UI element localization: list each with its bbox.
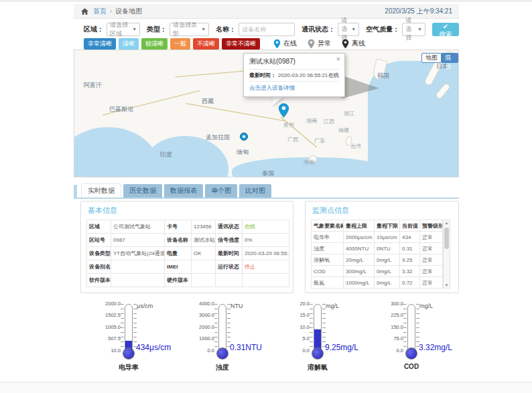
table-scrollbar[interactable]: ▲ ▼: [443, 220, 450, 289]
info-label-cell: 硬件版本: [165, 274, 192, 287]
quality-btn-very-unclear[interactable]: 非常不清晰: [222, 38, 260, 50]
monitor-points-panel: 监测点信息 气象要素名称 量程上限 量程下限 当前值 预警级别 电导率 2000…: [305, 201, 459, 293]
thermometer-bulb: [123, 347, 135, 360]
table-row: 电导率 2000μs/cm 10μs/cm 434 正常: [312, 232, 443, 243]
map-label-country: 韩国: [377, 72, 389, 80]
alert-level-cell: 正常: [420, 254, 443, 266]
table-header-row: 气象要素名称 量程上限 量程下限 当前值 预警级别: [312, 220, 443, 232]
alert-level-cell: 正常: [420, 243, 443, 254]
check-icon: ✔: [443, 23, 448, 30]
datetime-display: 2020/3/25 上午9:34:21: [385, 7, 452, 16]
table-row: 设备别名 IMEI 运行状态 停止: [87, 260, 289, 274]
factor-name-cell: 电导率: [312, 232, 344, 243]
mixed-view-button[interactable]: 混合: [441, 53, 458, 63]
chevron-down-icon: ▼: [198, 27, 206, 31]
device-name-input[interactable]: [239, 23, 295, 36]
popup-status: 在线: [328, 72, 339, 79]
thermometer-tube: [407, 304, 415, 351]
legend-online-pin[interactable]: 在线: [273, 39, 297, 49]
search-button[interactable]: ✔ 搜索: [432, 23, 459, 36]
quality-btn-unclear[interactable]: 不清晰: [193, 38, 219, 50]
info-value-cell: [192, 260, 216, 274]
tab-accent: [74, 185, 77, 198]
map-canvas[interactable]: 阿富汗 巴基斯坦 西藏 印度 孟加拉国 缅甸 泰国 韩国 日本 贵州 湖南 江西…: [74, 50, 459, 177]
thermometer-gauge-dissolved-oxygen: 20.0 15.0 10.0 5.0 0.0 mg/L 9.25mg/L 溶解氧: [283, 300, 377, 374]
scroll-down-icon[interactable]: ▼: [444, 283, 450, 287]
gauge-value: 434μs/cm: [136, 343, 171, 352]
current-value-cell: 434: [400, 232, 420, 243]
latest-time-label: 最新时间：: [249, 72, 276, 79]
col-header: 当前值: [400, 220, 420, 232]
gauges-row: 2000.0 1502.5 1005.0 507.5 10.0 μs/cm 43…: [74, 300, 459, 375]
quality-btn-clear[interactable]: 清晰: [119, 38, 139, 50]
info-value-cell: 测试水站: [192, 234, 216, 247]
latest-time-value: 2020-03-20 06:55:21: [278, 72, 328, 78]
map-label-province: 广西: [287, 136, 298, 143]
comm-status-filter-label: 通讯状态：: [302, 25, 335, 34]
quality-btn-very-clear[interactable]: 非常清晰: [84, 38, 116, 50]
range-lower-cell: 0mg/L: [375, 266, 400, 277]
map-label-country: 缅甸: [237, 148, 249, 157]
comm-status-select[interactable]: 请选择 ▼: [338, 23, 359, 36]
home-icon[interactable]: [80, 7, 89, 15]
gauge-unit: mg/L: [326, 303, 339, 309]
range-upper-cell: 300mg/L: [344, 266, 375, 277]
scroll-up-icon[interactable]: ▲: [444, 221, 450, 225]
map-label-province: 广东: [314, 137, 325, 145]
info-value-cell: 公司测试气象站: [111, 220, 165, 234]
legend-offline-pin[interactable]: 离线: [342, 39, 365, 49]
thermometer-gauge-conductivity: 2000.0 1502.5 1005.0 507.5 10.0 μs/cm 43…: [94, 300, 188, 374]
tab-compare-chart[interactable]: 比对图: [239, 184, 271, 198]
tab-data-report[interactable]: 数据报表: [164, 184, 203, 198]
gauge-name: 电导率: [96, 363, 161, 372]
quality-btn-fairly-clear[interactable]: 较清晰: [141, 38, 168, 50]
info-label-cell: 设备别名: [87, 260, 111, 274]
legend-abnormal-pin[interactable]: 异常: [308, 39, 331, 49]
map-label-country: 印度: [160, 151, 172, 159]
station-marker-pin-icon[interactable]: [278, 103, 289, 118]
info-label-cell: 最新时间: [216, 247, 243, 260]
table-row: 设备类型 YT自动气象站(24通道) 电量 OK 最新时间 2020-03-20…: [87, 247, 289, 260]
col-header: 预警级别: [420, 220, 443, 232]
info-value-cell: YT自动气象站(24通道): [111, 247, 165, 260]
gauge-unit: mg/L: [419, 303, 433, 309]
info-value-cell: 2020-03-20 06:55:21: [243, 247, 289, 260]
thermometer-bulb: [405, 347, 417, 360]
breadcrumb-current-page: 设备地图: [115, 7, 142, 16]
station-marker-dot[interactable]: [240, 133, 248, 141]
close-icon[interactable]: ×: [336, 55, 340, 63]
chevron-down-icon: ▼: [129, 27, 137, 31]
quality-btn-average[interactable]: 一般: [170, 38, 190, 50]
info-value-cell: [243, 274, 289, 287]
scrollbar-thumb[interactable]: [444, 228, 449, 249]
tab-history-data[interactable]: 历史数据: [123, 184, 162, 198]
content-column: 首页 › 设备地图 2020/3/25 上午9:34:21 区域： 请选择区域 …: [74, 0, 459, 393]
map-label-province: 海南: [304, 159, 314, 166]
tick-marks: [121, 304, 124, 351]
map-label-province: 贵州: [283, 121, 294, 129]
region-select[interactable]: 请选择区域 ▼: [107, 23, 140, 36]
type-select[interactable]: 请选择类型 ▼: [170, 23, 209, 36]
breadcrumb-separator: ›: [110, 7, 112, 15]
tab-single-chart[interactable]: 单个图: [205, 184, 237, 198]
col-header: 量程下限: [375, 220, 400, 232]
tab-realtime-data[interactable]: 实时数据: [81, 183, 121, 198]
gauge-name: 溶解氧: [285, 363, 350, 372]
popup-station-title: 测试水站(0987): [249, 57, 339, 66]
gauge-unit: μs/cm: [137, 303, 153, 309]
device-detail-link[interactable]: 点击进入设备详情: [249, 84, 339, 92]
breadcrumb-home-link[interactable]: 首页: [93, 7, 107, 16]
region-filter-label: 区域：: [84, 25, 104, 34]
map-view-button[interactable]: 地图: [421, 53, 442, 63]
alert-level-cell: 正常: [420, 266, 443, 277]
range-upper-cell: 20mg/L: [344, 254, 375, 266]
info-label-cell: 设备类型: [87, 247, 111, 260]
map-label-country: 巴基斯坦: [109, 105, 133, 114]
air-quality-select[interactable]: 请选择 ▼: [402, 23, 425, 36]
factor-name-cell: 氨氮: [312, 277, 344, 289]
table-row: 区站号 0987 设备名称 测试水站 信号强度 0%: [87, 234, 289, 247]
current-value-cell: 0.31: [400, 243, 420, 254]
current-value-cell: 3.32: [400, 266, 420, 277]
gauge-value: 3.32mg/L: [419, 343, 452, 352]
map-border-line: [186, 103, 285, 121]
